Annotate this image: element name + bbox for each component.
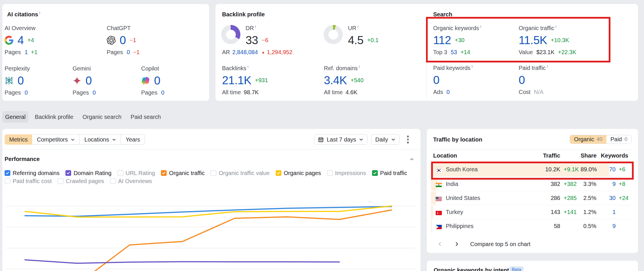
traffic-row-turkey[interactable]: Turkey143+1411.2%1 — [433, 205, 632, 219]
ref-domains-label: Ref. domainsi — [324, 65, 360, 72]
info-icon[interactable]: i — [255, 24, 256, 29]
column-header-share: Share — [581, 152, 596, 159]
metric-checkbox-crawled-pages[interactable]: Crawled pages — [58, 178, 104, 184]
metric-checkbox-url-rating[interactable]: URL Rating — [118, 170, 155, 176]
chevron-down-icon — [391, 137, 396, 142]
filter-locations-button[interactable]: Locations — [80, 134, 121, 145]
tab-paid-search[interactable]: Paid search — [128, 111, 164, 123]
pages-label: Pages — [73, 89, 89, 96]
pages-value[interactable]: 0 — [93, 89, 96, 96]
backlinks-delta: +931 — [255, 77, 268, 84]
traffic-row-united-states[interactable]: United States286+2852.5%30+24 — [433, 191, 632, 205]
paid-traffic-label: Paid traffici — [519, 65, 548, 71]
traffic-row-india[interactable]: India382+3823.3%9+8 — [433, 177, 632, 191]
share-value: 89.0% — [581, 166, 596, 173]
organic-traffic-value[interactable]: 11.5K — [519, 34, 547, 47]
column-header-location: Location — [433, 152, 531, 159]
traffic-delta: +382 — [560, 181, 581, 187]
metric-checkbox-organic-traffic-value[interactable]: Organic traffic value — [211, 170, 270, 176]
paid-keywords-label: Paid keywordsi — [433, 65, 473, 71]
info-icon[interactable]: i — [547, 64, 548, 68]
traffic-row-philippines[interactable]: Philippines580.5%9 — [433, 219, 632, 233]
toggle-organic[interactable]: Organic40 — [570, 135, 606, 144]
pages-value[interactable]: 1 — [25, 49, 28, 55]
metric-checkbox-label: AI Overviews — [118, 178, 152, 184]
dr-label: DRi — [246, 25, 256, 32]
filter-competitors-button[interactable]: Competitors — [32, 134, 80, 145]
info-icon[interactable]: i — [247, 64, 248, 69]
keywords-value[interactable]: 70 — [596, 166, 616, 173]
engine-value-row: 0 — [73, 74, 92, 87]
organic-keywords-value[interactable]: 112 — [433, 34, 451, 47]
tab-backlink-profile[interactable]: Backlink profile — [32, 111, 76, 123]
metric-checkbox-paid-traffic-cost[interactable]: Paid traffic cost — [5, 178, 52, 184]
pager-next-chevron-right-icon[interactable] — [453, 241, 460, 248]
collapse-section-chevron-up-icon[interactable] — [409, 157, 415, 163]
share-value: 3.3% — [581, 181, 596, 187]
ref-domains-value[interactable]: 3.4K — [324, 74, 347, 87]
checked-checkbox-icon — [161, 170, 167, 176]
date-controls: Last 7 days Daily — [314, 134, 409, 145]
metric-checkbox-referring-domains[interactable]: Referring domains — [5, 170, 59, 176]
ar-value[interactable]: 2,848,084 — [232, 49, 258, 55]
performance-line-chart[interactable] — [2, 189, 421, 271]
card-section-divider — [427, 15, 427, 99]
date-range-button[interactable]: Last 7 days — [314, 134, 367, 145]
info-icon[interactable]: i — [359, 64, 360, 69]
engine-citations-value: 4 — [17, 34, 24, 47]
pager-prev-chevron-left-icon[interactable] — [437, 241, 443, 248]
tab-general[interactable]: General — [2, 111, 28, 123]
metric-checkbox-organic-traffic[interactable]: Organic traffic — [161, 170, 205, 176]
ur-value: 4.5 — [348, 34, 363, 47]
compare-top5-link[interactable]: Compare top 5 on chart — [470, 241, 530, 248]
filter-metrics-button[interactable]: Metrics — [5, 134, 32, 145]
paid-traffic-value[interactable]: 0 — [519, 74, 525, 87]
keywords-delta: +8 — [616, 181, 632, 187]
keywords-value[interactable]: 9 — [596, 181, 616, 187]
info-icon[interactable]: i — [357, 24, 359, 29]
info-icon[interactable]: i — [555, 24, 557, 29]
toggle-paid[interactable]: Paid0 — [606, 135, 631, 144]
paid-traffic-subrow: CostN/A — [519, 89, 547, 95]
ar-label: AR — [222, 49, 230, 55]
info-icon[interactable]: i — [480, 24, 481, 29]
metric-checkbox-ai-overviews[interactable]: AI Overviews — [110, 178, 152, 184]
keywords-value[interactable]: 1 — [596, 209, 616, 215]
info-icon[interactable]: i — [472, 64, 473, 68]
traffic-row-south-korea[interactable]: South Korea10.2K+9.1K89.0%70+6 — [433, 162, 632, 177]
metric-sub-part: Ads — [433, 89, 443, 95]
google-icon — [5, 36, 13, 45]
metric-value-row: 0 — [433, 73, 439, 87]
metric-checkbox-impressions[interactable]: Impressions — [327, 170, 366, 176]
pages-value[interactable]: 0 — [25, 89, 28, 96]
metric-checkbox-organic-pages[interactable]: Organic pages — [276, 170, 321, 176]
share-bar — [431, 219, 432, 233]
metric-checkbox-paid-traffic[interactable]: Paid traffic — [372, 170, 407, 176]
column-header-traffic: Traffic — [531, 152, 560, 159]
metric-sub-part: +14 — [460, 49, 470, 55]
keywords-value[interactable]: 30 — [596, 195, 616, 201]
more-options-kebab-icon[interactable] — [407, 136, 409, 144]
traffic-delta: +9.1K — [560, 166, 581, 173]
engine-citations-value: 0 — [154, 74, 160, 87]
filter-years-button[interactable]: Years — [121, 134, 145, 145]
metric-sub-part: $23.1K — [536, 49, 554, 55]
engine-label: ChatGPT — [107, 25, 131, 32]
unchecked-checkbox-icon — [5, 178, 10, 184]
granularity-button[interactable]: Daily — [371, 134, 399, 145]
backlinks-value[interactable]: 21.1K — [222, 74, 251, 87]
paid-keywords-value[interactable]: 0 — [433, 74, 439, 87]
pages-value[interactable]: 0 — [127, 49, 130, 55]
pages-value[interactable]: 0 — [161, 89, 164, 96]
info-icon[interactable]: i — [39, 11, 40, 15]
location-name: India — [446, 181, 458, 187]
metric-checkbox-domain-rating[interactable]: Domain Rating — [65, 170, 111, 176]
engine-citations-value: 0 — [17, 74, 24, 87]
keywords-value[interactable]: 9 — [596, 223, 616, 229]
ur-label: URi — [348, 25, 359, 32]
location-name: United States — [446, 195, 480, 201]
tab-organic-search[interactable]: Organic search — [80, 111, 124, 123]
location-name: Turkey — [446, 209, 463, 215]
checked-checkbox-icon — [5, 170, 10, 176]
backlink-profile-title: Backlink profile — [222, 11, 265, 18]
